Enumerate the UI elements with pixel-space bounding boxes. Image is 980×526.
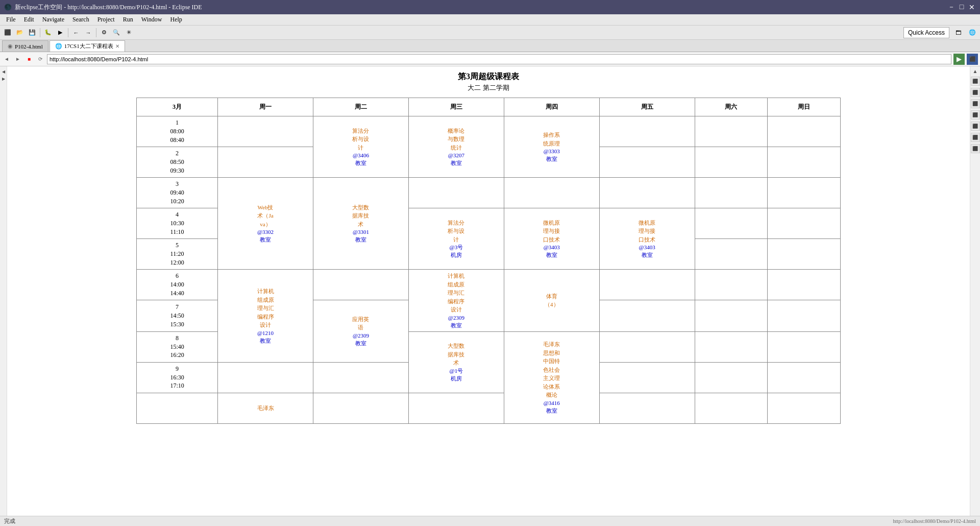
cell-r1-thu: 操作系统原理@3303教室 xyxy=(504,116,599,178)
rs-btn-3[interactable]: ⬛ xyxy=(971,99,980,108)
nav-fwd-button[interactable]: ► xyxy=(13,55,22,64)
address-bar: ◄ ► ■ ⟳ ▶ ⬛ xyxy=(0,52,980,66)
tab-close-icon[interactable]: ✕ xyxy=(115,43,119,49)
titlebar-controls[interactable]: － □ ✕ xyxy=(947,3,976,11)
status-text: 完成 xyxy=(4,517,15,525)
address-input[interactable] xyxy=(47,54,951,64)
menu-navigate[interactable]: Navigate xyxy=(38,15,68,25)
cell-r7-fri xyxy=(599,300,695,332)
toolbar-misc1[interactable]: ⚙ xyxy=(99,27,110,38)
cell-r10-tue xyxy=(313,393,409,423)
maximize-button[interactable]: □ xyxy=(958,3,966,11)
cell-r6-fri xyxy=(599,270,695,300)
toolbar-misc3[interactable]: ✳ xyxy=(123,27,134,38)
left-sidebar-btn2[interactable]: ▶ xyxy=(1,76,7,82)
rs-btn-4[interactable]: ⬛ xyxy=(971,110,980,119)
menu-run[interactable]: Run xyxy=(119,15,137,25)
cell-r6-tue xyxy=(313,270,409,300)
toolbar-save[interactable]: 💾 xyxy=(27,27,38,38)
col-tue: 周二 xyxy=(313,98,409,116)
cell-r1-tue: 算法分析与设计@3406教室 xyxy=(313,116,409,178)
menu-window[interactable]: Window xyxy=(137,15,166,25)
menu-search[interactable]: Search xyxy=(68,15,93,25)
cell-r9-sat xyxy=(695,362,768,393)
cell-r10-mon: 毛泽东 xyxy=(218,393,313,423)
toolbar-end1[interactable]: 🗔 xyxy=(950,27,966,38)
cell-r4-sun xyxy=(768,208,841,239)
cell-r6-wed: 计算机组成原理与汇编程序设计@2309教室 xyxy=(408,270,504,332)
browser-button[interactable]: ⬛ xyxy=(967,54,978,65)
main-area: ◀ ▶ 第3周超级课程表 大二 第二学期 3月 周一 周二 周三 周四 周五 周… xyxy=(0,66,980,526)
cell-r2-fri xyxy=(599,147,695,178)
rs-btn-6[interactable]: ⬛ xyxy=(971,133,980,142)
close-button[interactable]: ✕ xyxy=(968,3,976,11)
nav-stop-button[interactable]: ■ xyxy=(24,55,34,64)
statusbar-url: http://localhost:8080/Demo/P102-4.html xyxy=(893,518,976,524)
toolbar-back[interactable]: ← xyxy=(70,27,82,38)
toolbar-fwd[interactable]: → xyxy=(83,27,94,38)
col-month: 3月 xyxy=(137,98,218,116)
toolbar-open[interactable]: 📂 xyxy=(14,27,26,38)
cell-r3-thu xyxy=(504,178,599,208)
app-title: 新eclipse工作空间 - http://localhost:8080/Dem… xyxy=(15,3,202,12)
table-row: 毛泽东 xyxy=(137,393,841,423)
scroll-up-button[interactable]: ▲ xyxy=(972,67,979,75)
left-sidebar-btn1[interactable]: ◀ xyxy=(1,68,7,75)
menu-help[interactable]: Help xyxy=(166,15,186,25)
cell-r10-fri xyxy=(599,393,695,423)
col-thu: 周四 xyxy=(504,98,599,116)
minimize-button[interactable]: － xyxy=(947,3,955,11)
rs-btn-5[interactable]: ⬛ xyxy=(971,122,980,131)
nav-back-button[interactable]: ◄ xyxy=(2,55,11,64)
cell-r3-wed xyxy=(408,178,504,208)
status-bar: 完成 http://localhost:8080/Demo/P102-4.htm… xyxy=(0,516,980,526)
time-slot-1: 108:0008:40 xyxy=(137,116,218,147)
cell-r5-sun xyxy=(768,239,841,270)
time-slot-6: 614:0014:40 xyxy=(137,270,218,300)
cell-r3-sun xyxy=(768,178,841,208)
col-fri: 周五 xyxy=(599,98,695,116)
cell-r1-sat xyxy=(695,116,768,147)
cell-r3-mon: Web技术（Java）@3302教室 xyxy=(218,178,313,270)
cell-r1-fri xyxy=(599,116,695,147)
table-row: 614:0014:40 计算机组成原理与汇编程序设计@1210教室 计算机组成原… xyxy=(137,270,841,300)
menu-project[interactable]: Project xyxy=(93,15,119,25)
cell-r1-mon xyxy=(218,116,313,147)
cell-r4-fri: 微机原理与接口技术@3403教室 xyxy=(599,208,695,270)
menu-file[interactable]: File xyxy=(2,15,20,25)
toolbar-sep-3 xyxy=(96,28,96,37)
cell-r9-mon xyxy=(218,362,313,393)
cell-r10-sat xyxy=(695,393,768,423)
rs-btn-7[interactable]: ⬛ xyxy=(971,144,980,153)
cell-r1-wed: 概率论与数理统计@3207教室 xyxy=(408,116,504,178)
time-slot-10 xyxy=(137,393,218,423)
toolbar-debug[interactable]: 🐛 xyxy=(42,27,54,38)
nav-refresh-button[interactable]: ⟳ xyxy=(36,55,45,64)
col-mon: 周一 xyxy=(218,98,313,116)
toolbar-end2[interactable]: 🌐 xyxy=(967,27,978,38)
cell-r8-sun xyxy=(768,331,841,362)
toolbar-new[interactable]: ⬛ xyxy=(2,27,13,38)
go-button[interactable]: ▶ xyxy=(953,54,965,65)
tab-p102-icon: ◉ xyxy=(8,43,13,50)
toolbar-misc2[interactable]: 🔍 xyxy=(111,27,122,38)
table-row: 309:4010:20 Web技术（Java）@3302教室 大型数据库技术@3… xyxy=(137,178,841,208)
quick-access-button[interactable]: Quick Access xyxy=(903,27,949,38)
app-icon: 🌑 xyxy=(4,4,12,11)
schedule-table: 3月 周一 周二 周三 周四 周五 周六 周日 108:0008:40 算法分析… xyxy=(136,98,841,424)
cell-r5-sat xyxy=(695,239,768,270)
tab-p102-label: P102-4.html xyxy=(15,43,43,50)
menu-edit[interactable]: Edit xyxy=(20,15,38,25)
cell-r6-thu: 体育（4） xyxy=(504,270,599,332)
tab-schedule[interactable]: 🌐 17CS1大二下课程表 ✕ xyxy=(50,40,125,52)
cell-r3-sat xyxy=(695,178,768,208)
toolbar-sep-1 xyxy=(40,28,40,37)
rs-btn-1[interactable]: ⬛ xyxy=(971,77,980,86)
toolbar-sep-2 xyxy=(68,28,68,37)
toolbar-run[interactable]: ▶ xyxy=(55,27,66,38)
tab-p102[interactable]: ◉ P102-4.html xyxy=(2,40,48,52)
rs-btn-2[interactable]: ⬛ xyxy=(971,88,980,97)
time-slot-7: 714:5015:30 xyxy=(137,300,218,332)
cell-r2-sat xyxy=(695,147,768,178)
cell-r9-tue xyxy=(313,362,409,393)
